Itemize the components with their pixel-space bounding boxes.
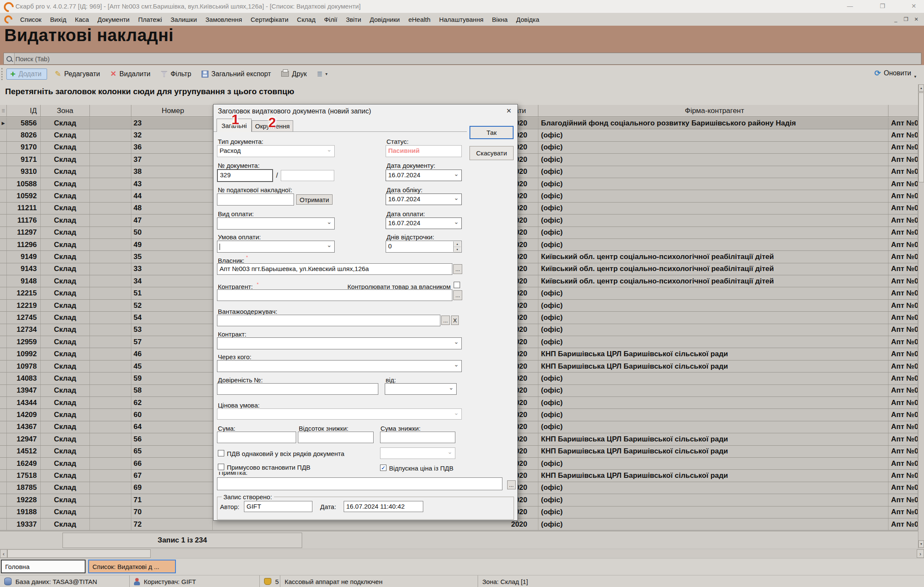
scroll-right-icon[interactable]: › — [917, 549, 924, 558]
ok-button[interactable]: Так — [469, 126, 514, 139]
menu-item[interactable]: Платежі — [134, 16, 166, 23]
search-input[interactable] — [15, 55, 921, 63]
horizontal-scrollbar[interactable]: ‹ › — [0, 549, 924, 558]
minimize-icon[interactable]: — — [841, 1, 859, 12]
menu-item[interactable]: Вихід — [46, 16, 71, 23]
contragent-field[interactable] — [217, 289, 452, 301]
scroll-left-icon[interactable]: ‹ — [0, 549, 7, 558]
tab-list-documents[interactable]: Список: Видаткові д ... — [88, 560, 176, 573]
contragent-required-marker: * — [257, 282, 258, 287]
menu-item[interactable]: Список — [16, 16, 46, 23]
account-date-select[interactable]: 16.07.2024 — [386, 194, 462, 205]
menu-item[interactable]: Залишки — [166, 16, 202, 23]
price-condition-select[interactable] — [217, 408, 462, 420]
menu-item[interactable]: Довідники — [365, 16, 404, 23]
row-marker-icon — [0, 458, 7, 469]
column-header-blank[interactable] — [90, 105, 131, 116]
proxy-from-select[interactable] — [385, 383, 457, 395]
created-date-field[interactable]: 16.07.2024 11:40:42 — [344, 501, 423, 512]
discount-percent-input[interactable] — [298, 432, 374, 443]
menu-item[interactable]: Замовлення — [201, 16, 246, 23]
column-header-firm[interactable]: Фірма-контрагент — [538, 105, 888, 116]
doc-type-select[interactable]: Расход — [217, 145, 335, 157]
group-by-band[interactable]: Перетягніть заголовок колонки сюди для у… — [0, 83, 924, 105]
tab-home[interactable]: Головна — [1, 560, 86, 573]
menu-item[interactable]: Сертифікати — [247, 16, 293, 23]
mdi-minimize-icon[interactable]: _ — [891, 15, 900, 24]
menu-item[interactable]: Довідка — [512, 16, 544, 23]
cancel-button[interactable]: Скасувати — [469, 146, 514, 160]
column-header-apt[interactable] — [888, 105, 918, 116]
menu-item[interactable]: Склад — [293, 16, 320, 23]
cell-id: 12734 — [7, 324, 41, 336]
vertical-scroll-thumb[interactable] — [918, 92, 924, 182]
dialog-close-icon[interactable]: ✕ — [505, 107, 513, 115]
doc-number-suffix-input[interactable] — [281, 170, 334, 181]
payment-kind-select[interactable] — [217, 218, 335, 229]
vat-same-checkbox[interactable] — [218, 450, 224, 456]
payment-term-select[interactable] — [217, 241, 335, 253]
control-by-owner-checkbox[interactable] — [454, 282, 460, 288]
discount-sum-input[interactable] — [380, 432, 455, 443]
search-box[interactable] — [3, 53, 921, 65]
print-button[interactable]: Друк — [281, 70, 307, 78]
export-button[interactable]: Загальний експорт — [202, 70, 271, 78]
proxy-from-label: від: — [386, 376, 396, 384]
add-button[interactable]: + Додати — [6, 69, 47, 80]
proxy-number-input[interactable] — [217, 383, 378, 395]
vat-price-checkbox[interactable]: ✓ — [380, 465, 386, 471]
delete-button[interactable]: ✕ Видалити — [110, 69, 151, 78]
spinner-icons[interactable]: ▲▼ — [453, 241, 461, 252]
contragent-browse-button[interactable]: ... — [453, 290, 462, 300]
menu-item[interactable]: Документи — [93, 16, 134, 23]
refresh-button[interactable]: ⟳ Оновити ▾ — [874, 69, 916, 78]
menu-item[interactable]: eHealth — [404, 16, 435, 23]
vat-rate-select[interactable] — [380, 447, 455, 459]
sum-input[interactable] — [217, 432, 296, 443]
menu-item[interactable]: Каса — [71, 16, 93, 23]
mdi-close-icon[interactable]: ✕ — [912, 15, 921, 24]
refresh-chevron-icon: ▾ — [914, 74, 916, 79]
toolbar-grip[interactable] — [1, 68, 4, 80]
cell-number: 44 — [131, 190, 213, 202]
owner-browse-button[interactable]: ... — [453, 264, 462, 274]
mdi-restore-icon[interactable]: ❐ — [901, 15, 911, 24]
consignee-field[interactable] — [217, 315, 440, 326]
maximize-icon[interactable]: ❐ — [873, 1, 892, 12]
close-icon[interactable]: ✕ — [904, 1, 923, 12]
menu-item[interactable]: Філії — [320, 16, 342, 23]
note-browse-button[interactable]: ... — [507, 480, 516, 489]
tax-invoice-input[interactable] — [217, 194, 294, 206]
doc-number-input[interactable]: 329 — [217, 169, 273, 182]
note-input[interactable] — [217, 477, 502, 490]
scroll-down-icon[interactable]: ▼ — [918, 540, 924, 548]
spin-up-icon[interactable]: ▲ — [454, 241, 461, 247]
row-marker-icon — [0, 239, 7, 250]
contract-select[interactable] — [217, 337, 462, 349]
column-header-id[interactable]: ІД — [7, 105, 41, 116]
title-bar: Скарб pro v. 4.0.2.77 [ІД: 969] - [Апт №… — [0, 0, 924, 13]
vertical-scrollbar[interactable]: ▲ ▼ — [918, 84, 924, 548]
owner-field[interactable]: Апт №003 пгт.Барышевка, ул.Киевский шлях… — [217, 263, 452, 275]
column-header-zone[interactable]: Зона — [41, 105, 90, 116]
scroll-up-icon[interactable]: ▲ — [918, 84, 924, 92]
author-field[interactable]: GIFT — [244, 501, 312, 512]
filter-button[interactable]: Фільтр — [160, 70, 191, 78]
consignee-clear-button[interactable]: X — [451, 316, 459, 325]
menu-item[interactable]: Налаштування — [435, 16, 488, 23]
menu-item[interactable]: Вікна — [488, 16, 512, 23]
edit-button[interactable]: ✎ Редагувати — [55, 69, 100, 79]
via-whom-select[interactable] — [217, 360, 462, 372]
view-options-button[interactable]: ☰ ▾ — [317, 71, 328, 77]
author-value: GIFT — [247, 503, 261, 510]
get-button[interactable]: Отримати — [296, 194, 333, 205]
horizontal-scroll-thumb[interactable] — [7, 549, 151, 558]
consignee-browse-button[interactable]: ... — [441, 316, 450, 325]
payment-date-select[interactable]: 16.07.2024 — [386, 218, 462, 229]
menu-item[interactable]: Звіти — [342, 16, 365, 23]
doc-date-select[interactable]: 16.07.2024 — [386, 170, 462, 181]
spin-down-icon[interactable]: ▼ — [454, 247, 461, 252]
vat-force-checkbox[interactable] — [218, 464, 224, 470]
delay-days-stepper[interactable]: 0 ▲▼ — [386, 241, 462, 253]
column-header-number[interactable]: Номер — [131, 105, 213, 116]
